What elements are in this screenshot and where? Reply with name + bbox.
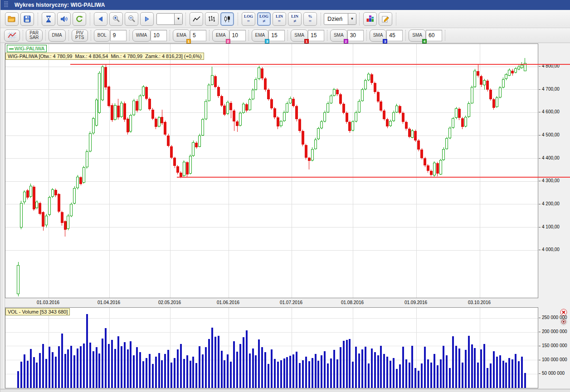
indicator-ema-10: EMA102 [212, 29, 246, 42]
line-chart-type-button[interactable] [190, 12, 203, 26]
indicator-color-badge: 3 [383, 39, 387, 44]
volume-info-bar: VOL - Volume [53 343 680] [5, 308, 70, 315]
trendline-resistance[interactable] [70, 64, 570, 65]
zoom-range-select[interactable]: ▼ [156, 13, 183, 25]
toolbar-separator [38, 13, 38, 25]
volume-axis-label: 250 000 000 [542, 315, 567, 320]
period-value: Dzień [324, 15, 348, 22]
volume-tick [539, 332, 541, 332]
scale-label: = [247, 19, 250, 23]
indicator-period-wrap: 151 [308, 30, 324, 41]
indicator-ema-5: EMA51 [173, 29, 206, 42]
volume-plot[interactable] [5, 308, 538, 388]
toolbar-separator [366, 30, 367, 41]
chevron-down-icon[interactable]: ▼ [174, 14, 182, 24]
indicator-period-wrap: 302 [347, 30, 364, 41]
toolbar-separator [170, 30, 170, 41]
indicator-period-value[interactable]: 60 [426, 30, 442, 41]
price-tick [539, 66, 541, 67]
candlestick-chart-type-button[interactable] [220, 12, 234, 26]
indicator-button[interactable]: PARSAR [26, 29, 43, 42]
toolbar-separator [209, 30, 209, 41]
edit-annotations-button[interactable] [379, 12, 392, 26]
toolbar-separator [91, 30, 91, 41]
indicator-sma-60: SMA604 [409, 29, 442, 42]
window-titlebar[interactable]: Wykres historyczny: WIG-PALIWA [0, 0, 570, 10]
period-select[interactable]: Dzień ▼ [324, 13, 356, 25]
scale-lin-eq-button[interactable]: LIN = [273, 12, 286, 26]
toolbar-separator [45, 30, 46, 41]
date-axis-label: 01.04.2016 [97, 300, 120, 305]
indicator-period-wrap: 102 [229, 30, 246, 41]
indicator-period-value[interactable]: 15 [308, 30, 324, 41]
volume-chart-panel[interactable] [5, 307, 538, 388]
open-button[interactable] [5, 12, 19, 26]
scale-log-eq-button[interactable]: LOG = [242, 12, 255, 26]
indicator-period-value[interactable]: 10 [229, 30, 246, 41]
volume-tick [539, 360, 541, 360]
colors-settings-button[interactable] [363, 12, 377, 26]
scale-lin-neq-button[interactable]: LIN ≠ [288, 12, 302, 26]
trendline-support[interactable] [177, 177, 570, 178]
toolbar-separator [23, 30, 23, 41]
date-axis-label: 02.05.2016 [158, 300, 181, 305]
indicator-button[interactable]: PIVPTS [72, 29, 88, 42]
indicator-period-value[interactable]: 9 [110, 30, 127, 41]
price-tick [539, 181, 541, 181]
indicator-sma-30: SMA302 [330, 29, 364, 42]
date-axis-label: 01.09.2016 [404, 300, 427, 305]
indicator-color-badge: 4 [422, 39, 427, 44]
price-tick [539, 112, 541, 112]
indicator-sma-15: SMA151 [291, 29, 324, 42]
indicator-ema-15: EMA153 [252, 29, 285, 42]
legend-label: WIG-PALIWA [15, 46, 44, 51]
window-title: Wykres historyczny: WIG-PALIWA [15, 2, 105, 8]
splitter-gutter[interactable] [0, 44, 5, 388]
pan-left-button[interactable] [94, 12, 107, 26]
indicator-dma: DMA [49, 29, 66, 42]
zoom-in-button[interactable] [109, 12, 123, 26]
volume-tick [539, 318, 541, 318]
indicator-period-value[interactable]: 10 [151, 30, 167, 41]
price-axis-label: 4 100,00 [542, 224, 560, 229]
toolbar-separator [445, 30, 445, 41]
refresh-button[interactable] [73, 12, 86, 26]
candlestick-chart-panel[interactable] [5, 44, 538, 298]
indicator-period-value[interactable]: 45 [386, 30, 403, 41]
toolbar-separator [129, 30, 130, 41]
volume-axis-label: 100 000 000 [542, 357, 567, 362]
main-toolbar: ▼ LOG = LOG ≠ LIN [0, 10, 570, 28]
indicator-button[interactable]: WMA [132, 29, 151, 42]
price-axis-label: 4 500,00 [542, 132, 560, 137]
ohlc-chart-type-button[interactable] [205, 12, 219, 26]
scale-label: = [309, 19, 312, 23]
sound-button[interactable] [57, 12, 71, 26]
volume-tick [539, 346, 541, 346]
scale-log-neq-button[interactable]: LOG ≠ [257, 12, 271, 26]
scale-percent-button[interactable]: % = [303, 12, 317, 26]
save-button[interactable] [20, 12, 34, 26]
toolbar-separator [185, 13, 186, 25]
price-axis-label: 4 200,00 [542, 201, 560, 206]
indicator-period-value[interactable]: 30 [347, 30, 364, 41]
volume-axis-label: 150 000 000 [542, 343, 567, 348]
history-hourglass-button[interactable] [42, 12, 55, 26]
scale-label: ≠ [263, 19, 265, 23]
toolbar-separator [321, 13, 321, 25]
indicator-period-value[interactable]: 5 [190, 30, 206, 41]
zoom-out-button[interactable] [125, 12, 138, 26]
indicator-period-value[interactable]: 15 [268, 30, 285, 41]
candlestick-plot[interactable] [5, 44, 538, 298]
indicator-button[interactable]: BOL [94, 29, 110, 42]
chevron-down-icon[interactable]: ▼ [348, 14, 356, 24]
toolbar-separator [287, 30, 288, 41]
series-legend[interactable]: WIG-PALIWA [7, 45, 47, 52]
price-axis-label: 4 000,00 [542, 247, 560, 252]
price-tick [539, 158, 541, 159]
indicator-button[interactable]: DMA [49, 29, 66, 42]
pan-right-button[interactable] [140, 12, 154, 26]
volume-axis-label: 200 000 000 [542, 329, 567, 334]
chart-properties-button[interactable] [4, 29, 20, 42]
drag-grip-icon[interactable] [4, 1, 8, 9]
indicator-period-wrap: 51 [190, 30, 206, 41]
